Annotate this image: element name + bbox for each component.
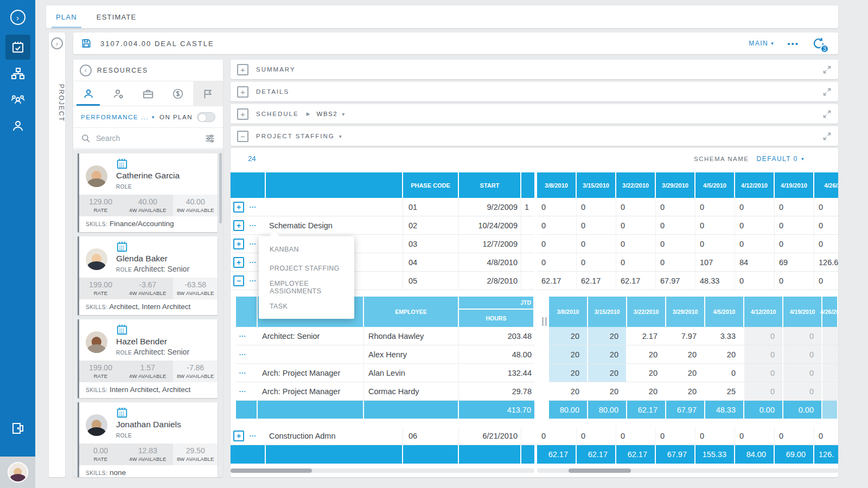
phase-start[interactable]: 2/8/2010 (459, 272, 521, 290)
grid-cell[interactable]: 0 (814, 272, 838, 290)
tab-expenses[interactable] (163, 81, 193, 106)
grid-cell[interactable]: 0 (656, 235, 695, 253)
grid-cell[interactable]: 69 (775, 253, 814, 271)
grid-cell[interactable]: 20 (549, 382, 588, 400)
grid-cell[interactable]: 20 (666, 382, 705, 400)
grid-cell[interactable]: 126.6 (814, 253, 838, 271)
grid-cell[interactable]: 0 (783, 345, 822, 363)
grid-cell[interactable]: 20 (627, 382, 666, 400)
row-menu-button[interactable]: ••• (239, 352, 246, 357)
chevron-down-icon[interactable]: ▾ (339, 133, 342, 139)
grid-cell[interactable]: 0 (616, 253, 656, 271)
phase-name[interactable]: Construction Admn (266, 427, 403, 445)
filter-sliders-icon[interactable] (205, 133, 215, 144)
expand-row-button[interactable]: + (233, 220, 244, 231)
grid-cell[interactable]: 0 (775, 198, 814, 216)
project-strip-expand-button[interactable]: › (51, 37, 63, 49)
left-pane-hscrollbar[interactable] (231, 468, 534, 473)
grid-cell[interactable]: 0 (814, 235, 838, 253)
assignment-role[interactable]: Arch: Project Manager (258, 382, 364, 400)
resource-card[interactable]: Catherine Garcia ROLE 129.00RATE 40.004W… (78, 153, 218, 232)
grid-cell[interactable]: 0 (537, 198, 577, 216)
grid-cell[interactable]: 0 (656, 427, 695, 445)
grid-cell[interactable]: 0 (775, 427, 814, 445)
grid-cell[interactable]: 0 (616, 235, 656, 253)
grid-cell[interactable]: 20 (588, 382, 627, 400)
grid-cell[interactable]: 0 (616, 216, 656, 234)
sidebar-item-planning[interactable] (5, 35, 30, 60)
phase-code[interactable]: 02 (403, 216, 459, 234)
grid-cell[interactable]: 0 (814, 427, 838, 445)
grid-cell[interactable]: 25 (705, 382, 744, 400)
expand-row-button[interactable]: + (233, 257, 244, 268)
grid-cell[interactable]: 107 (695, 253, 735, 271)
grid-cell[interactable]: 0 (775, 216, 814, 234)
grid-cell[interactable]: 0 (744, 364, 783, 382)
grid-cell[interactable]: 0 (577, 253, 616, 271)
grid-cell[interactable]: 0 (814, 216, 838, 234)
phase-start[interactable]: 6/21/2010 (459, 427, 521, 445)
grid-cell[interactable]: 62.17 (616, 272, 656, 290)
sidebar-expand-button[interactable]: › (0, 5, 35, 29)
scrollbar-thumb[interactable] (231, 468, 312, 473)
grid-cell[interactable]: 0 (656, 198, 695, 216)
assignment-employee[interactable]: Alex Henry (364, 345, 459, 363)
tab-estimate[interactable]: ESTIMATE (87, 5, 146, 28)
expand-summary-button[interactable]: + (237, 64, 248, 75)
grid-cell[interactable]: 0 (735, 427, 775, 445)
resources-collapse-button[interactable]: ‹ (80, 65, 92, 76)
wbs-dropdown[interactable]: WBS2 (317, 111, 338, 117)
grid-cell[interactable]: 0 (656, 216, 695, 234)
schema-dropdown[interactable]: DEFAULT 0 ▾ (757, 155, 805, 163)
grid-cell[interactable]: 84 (735, 253, 775, 271)
on-plan-toggle[interactable] (197, 112, 215, 122)
assignment-employee[interactable]: Alan Levin (364, 364, 459, 382)
grid-cell[interactable]: 62.17 (577, 272, 616, 290)
sidebar-item-structure[interactable] (0, 62, 35, 86)
sidebar-item-team[interactable] (0, 88, 35, 112)
grid-cell[interactable]: 20 (705, 345, 744, 363)
grid-cell[interactable]: 0 (775, 235, 814, 253)
expand-row-button[interactable]: + (233, 239, 244, 249)
grid-cell[interactable]: 20 (549, 345, 588, 363)
resource-card[interactable]: Jonathan Daniels ROLE 0.00RATE 12.834W A… (78, 402, 218, 477)
grid-cell[interactable]: 0 (537, 235, 577, 253)
grid-cell[interactable]: 3.33 (705, 327, 744, 345)
phase-start[interactable]: 12/7/2009 (459, 235, 521, 253)
phase-name[interactable]: Schematic Design (266, 216, 403, 234)
row-menu-button[interactable]: ••• (239, 389, 246, 394)
row-menu-button[interactable]: ••• (250, 223, 257, 228)
grid-cell[interactable]: 0 (537, 427, 577, 445)
phase-start[interactable]: 10/24/2009 (459, 216, 521, 234)
calendar-icon[interactable] (116, 241, 128, 253)
grid-cell[interactable]: 0 (744, 345, 783, 363)
calendar-icon[interactable] (116, 324, 128, 336)
phase-start[interactable]: 9/2/2009 (459, 198, 521, 216)
phase-start[interactable]: 4/8/2010 (459, 253, 521, 271)
grid-cell[interactable]: 0 (577, 235, 616, 253)
tab-plan[interactable]: PLAN (46, 5, 87, 28)
grid-cell[interactable]: 0 (735, 216, 775, 234)
menu-item-kanban[interactable]: KANBAN (259, 240, 354, 259)
sidebar-item-exit[interactable] (0, 416, 35, 440)
grid-cell[interactable]: 20 (588, 345, 627, 363)
chevron-down-icon[interactable]: ▾ (342, 111, 344, 117)
tab-equipment[interactable] (133, 81, 163, 106)
more-options-button[interactable]: ••• (787, 39, 799, 48)
save-button[interactable] (81, 38, 92, 49)
resource-list-scrollbar[interactable] (219, 153, 222, 223)
grid-cell[interactable]: 0 (744, 382, 783, 400)
phase-code[interactable]: 03 (403, 235, 459, 253)
grid-cell[interactable]: 0 (537, 216, 577, 234)
row-menu-button[interactable]: ••• (250, 260, 257, 265)
row-menu-button[interactable]: ••• (250, 278, 257, 283)
grid-cell[interactable]: 0 (577, 427, 616, 445)
grid-cell[interactable]: 20 (588, 327, 627, 345)
assignment-employee[interactable]: Rhonda Hawley (364, 327, 459, 345)
phase-code[interactable]: 05 (403, 272, 459, 290)
grid-cell[interactable]: 48.33 (695, 272, 735, 290)
menu-item-employee-assignments[interactable]: EMPLOYEE ASSIGNMENTS (259, 278, 354, 297)
grid-cell[interactable]: 0 (616, 198, 656, 216)
refresh-button[interactable]: 3 (812, 37, 825, 50)
grid-cell[interactable]: 20 (627, 364, 666, 382)
